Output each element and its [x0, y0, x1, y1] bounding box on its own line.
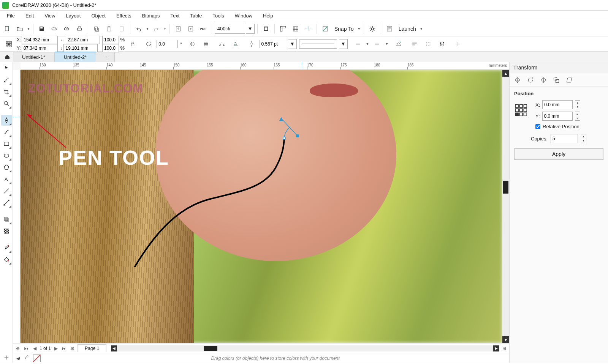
pen-tool[interactable] [1, 115, 12, 126]
scroll-down-button[interactable]: ▼ [502, 336, 509, 343]
drop-shadow-tool[interactable] [1, 214, 12, 225]
page-tab-1[interactable]: Page 1 [78, 344, 106, 352]
transform-size-tab[interactable] [551, 75, 561, 85]
zoom-tool[interactable] [1, 98, 12, 109]
guides-button[interactable] [302, 23, 314, 35]
menu-bitmaps[interactable]: Bitmaps [136, 11, 165, 20]
relative-position-checkbox[interactable] [535, 124, 540, 129]
lock-ratio-button[interactable] [127, 38, 138, 50]
canvas[interactable]: ZOTUTORIAL.COM PEN TOOL [21, 70, 502, 343]
menu-text[interactable]: Text [165, 11, 185, 20]
snap-to-label[interactable]: Snap To [332, 26, 356, 32]
pos-y-spinner[interactable]: ▲▼ [575, 112, 580, 121]
mirror-h-button[interactable] [187, 38, 198, 50]
open-button[interactable] [14, 23, 25, 35]
menu-help[interactable]: Help [258, 11, 279, 20]
grid-button[interactable] [290, 23, 301, 35]
outline-width-dropdown[interactable]: ▼ [288, 39, 297, 49]
menu-tools[interactable]: Tools [207, 11, 229, 20]
fill-tool[interactable] [1, 254, 12, 265]
tab-untitled-1[interactable]: Untitled-1* [13, 52, 55, 62]
transparency-tool[interactable] [1, 226, 12, 236]
save-button[interactable] [36, 23, 48, 35]
connector-tool[interactable] [1, 197, 12, 208]
redo-button[interactable] [150, 23, 162, 35]
snap-off-button[interactable] [320, 23, 331, 35]
eyedropper-tool[interactable] [1, 243, 12, 253]
rectangle-tool[interactable] [1, 139, 12, 149]
export-button[interactable] [185, 23, 196, 35]
page-first[interactable]: ⏮ [23, 345, 30, 352]
scroll-v-thumb[interactable] [503, 181, 508, 194]
menu-object[interactable]: Object [86, 11, 111, 20]
menu-edit[interactable]: Edit [20, 11, 39, 20]
scrollbar-horizontal[interactable]: ◀ ▶ [111, 345, 499, 351]
undo-button[interactable] [133, 23, 144, 35]
menu-layout[interactable]: Layout [60, 11, 86, 20]
pos-x-input[interactable] [542, 100, 573, 109]
outline-width-input[interactable] [260, 40, 286, 48]
end-arrow-select[interactable] [371, 38, 383, 50]
y-pos-input[interactable] [22, 44, 58, 52]
object-props-button[interactable] [436, 38, 448, 50]
autoclose-button[interactable] [216, 38, 228, 50]
scroll-up-button[interactable]: ▲ [502, 70, 509, 77]
crop-tool[interactable] [1, 87, 12, 97]
shape-tool[interactable] [1, 75, 12, 85]
page-add-icon[interactable]: ⊕ [14, 345, 21, 352]
x-pos-input[interactable] [22, 36, 58, 44]
palette-eyedropper-icon[interactable] [23, 355, 29, 362]
launch-label[interactable]: Launch [396, 26, 418, 32]
zoom-input[interactable] [215, 24, 245, 34]
parallel-dim-tool[interactable] [1, 186, 12, 196]
tab-untitled-2[interactable]: Untitled-2* [55, 52, 97, 62]
rotation-input[interactable] [157, 40, 178, 48]
ellipse-tool[interactable] [1, 150, 12, 161]
menu-window[interactable]: Window [230, 11, 258, 20]
menu-effects[interactable]: Effects [111, 11, 137, 20]
cloud-up-button[interactable] [61, 23, 73, 35]
line-style-dropdown[interactable]: ▼ [339, 39, 348, 49]
transform-skew-tab[interactable] [564, 75, 574, 85]
transform-mirror-tab[interactable] [538, 75, 548, 85]
rulers-button[interactable] [277, 23, 289, 35]
pick-tool[interactable] [1, 63, 12, 74]
bounding-box-button[interactable] [423, 38, 434, 50]
scale-x-input[interactable] [102, 36, 119, 44]
palette-left-arrow[interactable]: ◀ [16, 356, 19, 361]
no-fill-swatch[interactable] [33, 355, 41, 362]
page-prev[interactable]: ◀ [31, 345, 38, 352]
polygon-tool[interactable] [1, 162, 12, 173]
pos-x-spinner[interactable]: ▲▼ [575, 100, 580, 109]
rotate-icon[interactable] [143, 38, 154, 50]
copies-input[interactable] [551, 134, 578, 143]
close-curve-button[interactable] [393, 38, 404, 50]
pos-y-input[interactable] [542, 112, 573, 121]
page-last[interactable]: ⏭ [61, 345, 68, 352]
object-origin-icon[interactable] [3, 38, 14, 50]
cloud-button[interactable] [49, 23, 60, 35]
apply-button[interactable]: Apply [514, 148, 603, 160]
mirror-v-button[interactable] [200, 38, 212, 50]
page-add-after-icon[interactable]: ⊕ [69, 345, 76, 352]
width-input[interactable] [66, 36, 100, 44]
scroll-right-button[interactable]: ▶ [493, 345, 499, 351]
home-tab-icon[interactable] [2, 52, 13, 62]
anchor-grid-icon[interactable] [514, 103, 529, 118]
copy-button[interactable] [91, 23, 102, 35]
tab-add[interactable]: + [96, 52, 115, 62]
wrap-text-button[interactable] [409, 38, 420, 50]
page-next[interactable]: ▶ [52, 345, 59, 352]
pen-curve[interactable] [21, 70, 439, 336]
scroll-h-thumb[interactable] [204, 346, 217, 351]
clipboard-button[interactable] [116, 23, 127, 35]
scrollbar-vertical[interactable]: ▲ ▼ [502, 70, 509, 343]
artistic-media-tool[interactable] [1, 127, 12, 137]
line-style-select[interactable] [299, 39, 337, 49]
pdf-button[interactable]: PDF [198, 23, 209, 35]
text-tool[interactable]: A [1, 174, 12, 184]
transform-position-tab[interactable] [513, 75, 522, 85]
options-button[interactable] [367, 23, 378, 35]
start-arrow-select[interactable] [352, 38, 364, 50]
copies-spinner[interactable]: ▲▼ [581, 134, 586, 143]
